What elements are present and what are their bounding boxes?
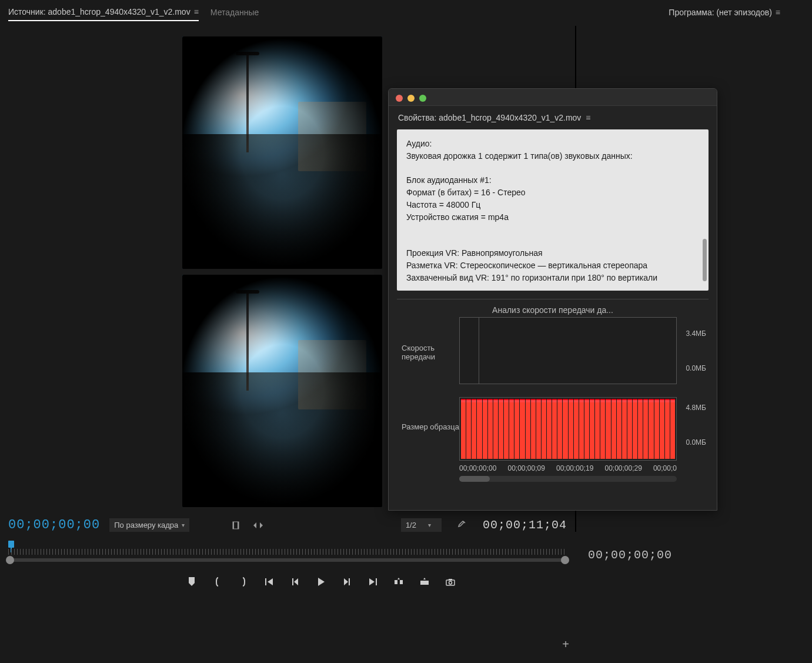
vr-bottom-eye-frame xyxy=(182,275,382,507)
zoom-fit-label: По размеру кадра xyxy=(114,521,178,529)
sample-bar xyxy=(638,399,643,459)
go-to-in-icon[interactable] xyxy=(262,575,276,589)
window-titlebar[interactable] xyxy=(389,89,717,106)
sample-bar xyxy=(670,399,675,459)
drag-audio-icon[interactable] xyxy=(252,519,265,532)
sample-bar xyxy=(493,399,498,459)
sample-bar xyxy=(660,399,664,459)
x-tick: 00;00;00;00 xyxy=(459,464,496,472)
zoom-handle-left[interactable] xyxy=(6,556,14,564)
sample-bar xyxy=(472,399,476,459)
prop-line: Формат (в битах) = 16 - Стерео xyxy=(406,186,699,199)
svg-rect-8 xyxy=(400,580,403,584)
sample-bar xyxy=(627,399,632,459)
prop-line: Проекция VR: Равнопрямоугольная xyxy=(406,247,699,259)
sample-bar xyxy=(461,399,466,459)
vr-top-eye-frame xyxy=(182,36,382,269)
clip-duration: 00;00;11;04 xyxy=(483,518,567,532)
svg-rect-5 xyxy=(349,578,350,585)
sample-bar xyxy=(563,399,567,459)
svg-rect-6 xyxy=(376,578,377,585)
panel-menu-icon[interactable]: ≡ xyxy=(776,8,780,17)
sample-bar xyxy=(483,399,487,459)
mark-in-icon[interactable] xyxy=(185,575,199,589)
drag-video-icon[interactable] xyxy=(229,519,242,532)
export-frame-icon[interactable] xyxy=(443,575,457,589)
sample-bar xyxy=(665,399,670,459)
play-icon[interactable] xyxy=(314,575,328,589)
svg-rect-9 xyxy=(420,581,429,585)
y-tick: 3.4МБ xyxy=(677,317,707,349)
scrollbar-thumb[interactable] xyxy=(703,239,707,281)
bitrate-row-label: Скорость передачи xyxy=(398,317,459,388)
program-tab[interactable]: Программа: (нет эпизодов) ≡ xyxy=(669,8,780,21)
program-tab-label: Программа: (нет эпизодов) xyxy=(669,8,772,17)
sample-bar xyxy=(526,399,530,459)
sample-bar xyxy=(488,399,493,459)
window-maximize-icon[interactable] xyxy=(419,95,426,102)
sample-bar xyxy=(654,399,659,459)
sample-bar xyxy=(590,399,594,459)
overwrite-icon[interactable] xyxy=(417,575,432,589)
chevron-down-icon: ▾ xyxy=(428,522,431,528)
sample-bar xyxy=(574,399,579,459)
window-minimize-icon[interactable] xyxy=(407,95,415,102)
prop-line: Захваченный вид VR: 191° по горизонтали … xyxy=(406,272,699,284)
svg-rect-12 xyxy=(449,579,452,581)
bitrate-analysis-title: Анализ скорости передачи да... xyxy=(397,305,709,315)
sample-bar xyxy=(514,399,519,459)
svg-point-11 xyxy=(449,581,452,584)
program-timecode[interactable]: 00;00;00;00 xyxy=(588,548,672,562)
zoom-fit-select[interactable]: По размеру кадра ▾ xyxy=(109,518,189,532)
horizontal-scrollbar[interactable] xyxy=(459,476,677,482)
step-forward-icon[interactable] xyxy=(340,575,354,589)
properties-text: Аудио: Звуковая дорожка 1 содержит 1 тип… xyxy=(397,129,709,291)
bracket-out-icon[interactable] xyxy=(236,575,250,589)
insert-icon[interactable] xyxy=(392,575,406,589)
properties-title: Свойства: adobe1_hcrop_4940x4320_v1_v2.m… xyxy=(398,113,581,122)
window-close-icon[interactable] xyxy=(396,95,403,102)
chevron-down-icon: ▾ xyxy=(182,522,185,528)
sample-bar xyxy=(552,399,557,459)
sample-bar xyxy=(569,399,573,459)
time-ruler[interactable] xyxy=(8,543,567,563)
sample-size-graph xyxy=(459,397,677,461)
metadata-tab-label: Метаданные xyxy=(210,8,259,17)
playback-resolution-select[interactable]: 1/2 ▾ xyxy=(401,518,442,532)
prop-line: Устройство сжатия = mp4a xyxy=(406,211,699,224)
x-tick: 00;00;00;19 xyxy=(556,464,593,472)
sample-bar xyxy=(536,399,541,459)
sample-bar xyxy=(584,399,589,459)
playhead[interactable] xyxy=(8,541,14,548)
sample-bar xyxy=(466,399,471,459)
x-tick: 00;00;00;09 xyxy=(507,464,544,472)
scrollbar-thumb[interactable] xyxy=(459,476,490,482)
svg-rect-4 xyxy=(292,578,293,585)
zoom-scrollbar[interactable] xyxy=(8,558,567,562)
resolution-value: 1/2 xyxy=(406,521,416,529)
sample-bar xyxy=(633,399,637,459)
prop-line: Аудио: xyxy=(406,138,699,150)
go-to-out-icon[interactable] xyxy=(366,575,380,589)
current-timecode[interactable]: 00;00;00;00 xyxy=(8,518,100,532)
sample-bar xyxy=(542,399,546,459)
sample-bar xyxy=(477,399,482,459)
svg-rect-1 xyxy=(233,522,234,529)
bracket-in-icon[interactable] xyxy=(210,575,225,589)
sample-bar xyxy=(499,399,503,459)
zoom-handle-right[interactable] xyxy=(561,556,569,564)
sample-bar xyxy=(595,399,600,459)
source-monitor-preview xyxy=(182,36,382,507)
panel-menu-icon[interactable]: ≡ xyxy=(586,113,590,122)
source-tab[interactable]: Источник: adobe1_hcrop_4940x4320_v1_v2.m… xyxy=(8,7,199,21)
button-editor-plus-icon[interactable]: + xyxy=(559,637,573,651)
sample-bar xyxy=(606,399,610,459)
properties-panel: Свойства: adobe1_hcrop_4940x4320_v1_v2.m… xyxy=(388,88,717,511)
panel-menu-icon[interactable]: ≡ xyxy=(194,7,199,16)
sample-bar xyxy=(649,399,653,459)
sample-bar xyxy=(617,399,621,459)
settings-wrench-icon[interactable] xyxy=(455,519,467,532)
metadata-tab[interactable]: Метаданные xyxy=(210,8,259,21)
sample-size-row-label: Размер образца xyxy=(398,388,459,465)
step-back-icon[interactable] xyxy=(288,575,302,589)
